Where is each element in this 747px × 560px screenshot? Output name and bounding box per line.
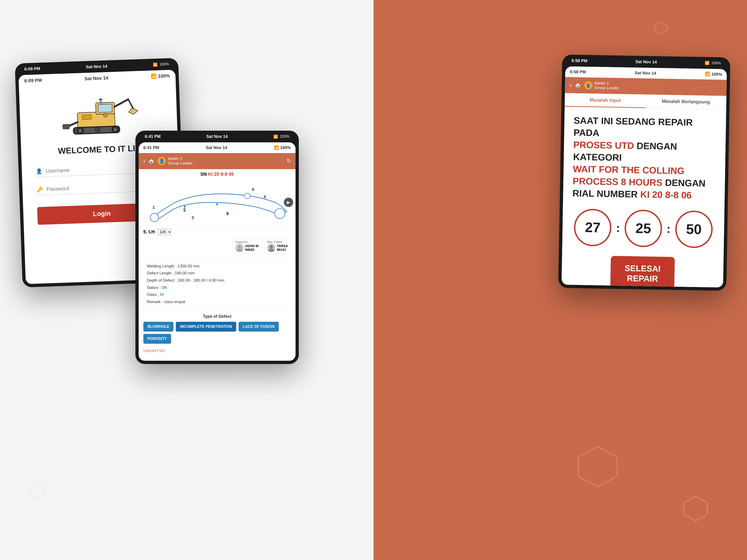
repair-timer: 27 : 25 : 50	[571, 208, 715, 248]
svg-point-35	[216, 203, 218, 205]
right-screen-wifi: 📶 100%	[705, 72, 722, 77]
mid-back-button[interactable]: ‹	[143, 158, 145, 164]
right-avatar-icon: 👤	[586, 83, 591, 87]
selesai-repair-button[interactable]: SELESAIREPAIR	[610, 256, 675, 288]
inspector-label: Inspector	[235, 240, 259, 244]
status-line: Status : OK	[147, 284, 287, 291]
mid-battery: 100%	[280, 134, 289, 139]
mid-inspector-card: Inspector UDAN W 94020	[232, 238, 262, 254]
deco-hex-right-mid	[574, 443, 621, 490]
mid-screen-date: Sat Nov 14	[206, 145, 227, 150]
mid-date: Sat Nov 14	[206, 134, 228, 139]
msg-line5-black: RIAL NUMBER	[572, 188, 640, 199]
mid-screen-wifi: 📶 100%	[274, 145, 291, 150]
mid-avatar-icon: 👤	[159, 158, 164, 164]
tab-masalah-berlangsung[interactable]: Masalah Berlangsung	[645, 95, 726, 109]
defect-buttons: BLOWHOLE INCOMPLETE PENETRATION LACK OF …	[143, 322, 291, 344]
defect-length: Defect Length : 180.00 mm	[147, 270, 287, 277]
right-screen: 6:58 PM Sat Nov 14 📶 100% ‹ 🏠 👤 leader 1…	[562, 66, 727, 288]
mid-section-select[interactable]: LH	[157, 228, 172, 236]
timer-seconds: 50	[675, 210, 713, 248]
mid-refresh-button[interactable]: ↻	[287, 158, 291, 164]
deco-hex-right-top	[654, 21, 668, 35]
svg-text:3: 3	[192, 215, 194, 220]
tab-masalah-input[interactable]: Masalah Input	[565, 93, 646, 108]
tablet-mid: 6:41 PM Sat Nov 14 📶 100% 6:41 PM Sat No…	[135, 131, 299, 364]
blowhole-button[interactable]: BLOWHOLE	[143, 322, 174, 331]
right-body: SAAT INI SEDANG REPAIR PADA PROSES UTD D…	[562, 107, 726, 288]
mid-next-button[interactable]: ▶	[284, 197, 293, 207]
right-header-left: ‹ 🏠 👤 leader 1 Group Leader	[570, 80, 619, 90]
right-screen-time: 6:58 PM	[570, 69, 586, 75]
timer-sep-2: :	[667, 222, 671, 235]
mid-time: 6:41 PM	[145, 134, 161, 139]
svg-marker-4	[578, 447, 617, 487]
msg-line1: SAAT INI SEDANG REPAIR PADA	[573, 115, 693, 138]
mid-top-bar: 6:41 PM Sat Nov 14 📶 100%	[135, 131, 299, 142]
user-icon: 👤	[36, 168, 42, 175]
mid-arm-diagram: 1 2 3 5 6 4 ▶	[139, 179, 295, 226]
mid-screen: 6:41 PM Sat Nov 14 📶 100% ‹ 🏠 👤 leader 1…	[139, 142, 295, 361]
excavator-image	[58, 87, 139, 141]
mid-upload-section: Upload Foto Foto	[139, 346, 295, 353]
mid-user-info: 👤 leader 1 Group Leader	[158, 156, 192, 166]
incomplete-penetration-button[interactable]: INCOMPLETE PENETRATION	[176, 322, 236, 331]
svg-point-21	[99, 98, 102, 100]
defect-type-title: Type of Defect	[143, 314, 291, 319]
welding-length: Welding Length : 1358.00 mm	[147, 263, 287, 270]
mid-home-button[interactable]: 🏠	[148, 158, 155, 164]
login-screen-date: Sat Nov 14	[84, 75, 108, 81]
svg-point-25	[275, 208, 285, 219]
svg-point-26	[244, 193, 250, 198]
mid-manpower-card: Man Power TARSA 95141	[264, 238, 291, 254]
mid-section: 5. LH LH	[139, 226, 295, 238]
remark: Remark : class empat	[147, 298, 287, 306]
svg-marker-2	[654, 22, 667, 34]
mid-sn-label: SN KI 20 8-8 05	[139, 169, 295, 179]
manpower-avatar	[267, 244, 276, 252]
lack-of-fusion-button[interactable]: LACK OF FUSION	[238, 322, 279, 331]
right-home-button[interactable]: 🏠	[574, 82, 581, 89]
tablet-right: 6:58 PM Sat Nov 14 📶 100% 6:58 PM Sat No…	[558, 55, 730, 291]
right-time: 6:58 PM	[571, 58, 587, 63]
timer-minutes: 25	[624, 209, 662, 247]
mid-header: ‹ 🏠 👤 leader 1 Group Leader ↻	[139, 153, 295, 169]
msg-line5-red: KI 20 8-8 06	[640, 189, 692, 200]
right-back-button[interactable]: ‹	[570, 82, 571, 88]
mid-status-icons: 📶 100%	[273, 134, 289, 139]
svg-line-9	[128, 99, 133, 109]
repair-message: SAAT INI SEDANG REPAIR PADA PROSES UTD D…	[572, 114, 717, 202]
right-wifi-icon: 📶	[705, 61, 710, 65]
svg-point-19	[95, 127, 100, 132]
timer-sep-1: :	[616, 221, 620, 235]
svg-marker-3	[684, 497, 707, 521]
login-time: 6:09 PM	[24, 66, 41, 72]
login-status-icons: 📶 100%	[153, 62, 169, 67]
manpower-label: Man Power	[267, 240, 288, 244]
depth-of-defect: Depth of Defect : 180.00 - 180.00 / 6.00…	[147, 277, 287, 284]
svg-point-39	[268, 249, 275, 252]
svg-rect-20	[100, 100, 102, 105]
porosity-button[interactable]: POROSITY	[143, 334, 171, 344]
battery-label: 100%	[159, 62, 169, 66]
password-icon: 🔑	[36, 186, 43, 193]
timer-hours: 27	[574, 209, 612, 247]
svg-point-33	[183, 209, 186, 212]
mid-header-left: ‹ 🏠 👤 leader 1 Group Leader	[143, 156, 192, 166]
svg-rect-7	[98, 104, 112, 112]
msg-line3-red: WAIT FOR THE COLLING	[573, 164, 685, 176]
right-screen-date: Sat Nov 14	[635, 71, 656, 76]
svg-text:6: 6	[252, 187, 254, 192]
upload-label[interactable]: Upload Foto	[143, 348, 291, 353]
mid-content: SN KI 20 8-8 05 1 2 3 5 6 4	[139, 169, 295, 353]
svg-marker-10	[128, 108, 138, 114]
mid-screen-status: 6:41 PM Sat Nov 14 📶 100%	[139, 142, 295, 153]
svg-point-38	[269, 245, 273, 249]
svg-point-36	[238, 245, 241, 249]
svg-marker-1	[30, 482, 45, 498]
login-screen-time: 6:09 PM	[24, 77, 42, 83]
right-avatar: 👤	[584, 81, 593, 90]
right-user-name: leader 1 Group Leader	[594, 81, 619, 91]
svg-point-24	[150, 213, 158, 222]
inspector-avatar	[235, 244, 244, 252]
